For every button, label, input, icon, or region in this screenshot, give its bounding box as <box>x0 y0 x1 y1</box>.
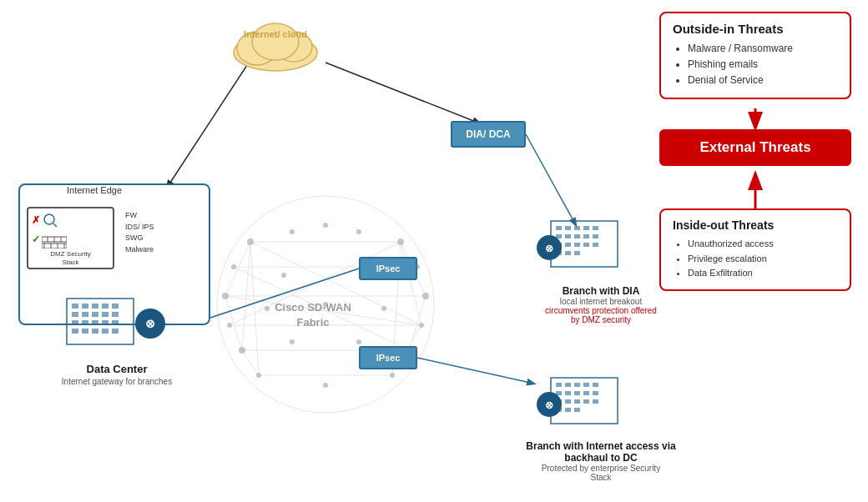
svg-rect-86 <box>112 329 119 334</box>
search-icon <box>42 212 58 228</box>
svg-point-42 <box>290 339 295 344</box>
svg-rect-93 <box>583 226 589 230</box>
svg-rect-101 <box>565 243 571 247</box>
svg-line-11 <box>225 296 242 350</box>
outside-threat-item-3: Denial of Service <box>688 73 838 88</box>
swg-label: SWG <box>125 233 154 244</box>
svg-point-29 <box>422 293 429 299</box>
inside-threat-item-1: Unauthorized access <box>688 237 838 252</box>
external-threats-label: External Threats <box>699 139 810 156</box>
data-center-sublabel: Internet gateway for branches <box>33 377 200 386</box>
svg-rect-79 <box>92 320 98 325</box>
svg-rect-70 <box>102 304 108 309</box>
cloud-shape <box>225 15 326 73</box>
svg-line-56 <box>53 223 57 227</box>
outside-threats-box: Outside-in Threats Malware / Ransomware … <box>659 12 851 99</box>
svg-point-23 <box>323 223 328 228</box>
inside-threats-title: Inside-out Threats <box>673 218 838 232</box>
branch-dia-sublabel-red1: circumvents protection offered <box>526 306 676 315</box>
svg-point-26 <box>231 264 236 269</box>
svg-point-37 <box>281 273 286 278</box>
svg-rect-68 <box>82 304 88 309</box>
x-icon: ✗ <box>32 214 40 226</box>
branch-backhaul-sublabel2: Stack <box>517 473 684 482</box>
svg-line-7 <box>225 242 250 296</box>
svg-rect-114 <box>583 383 589 387</box>
ipsec-box-1: IPsec <box>359 257 417 280</box>
svg-line-44 <box>326 63 480 123</box>
outside-threat-item-2: Phishing emails <box>688 57 838 73</box>
check-icon: ✓ <box>32 233 40 245</box>
fw-label: FW <box>125 210 154 222</box>
svg-rect-112 <box>565 383 571 387</box>
svg-point-36 <box>390 373 395 378</box>
branch-dia-sublabel-black: local internet breakout <box>526 297 676 306</box>
data-center-label: Data Center <box>33 363 200 375</box>
svg-point-34 <box>256 373 261 378</box>
svg-rect-76 <box>112 312 119 317</box>
svg-text:⊗: ⊗ <box>145 317 155 330</box>
svg-rect-74 <box>92 312 98 317</box>
svg-text:⊗: ⊗ <box>545 243 553 254</box>
svg-point-30 <box>227 323 232 328</box>
svg-rect-102 <box>574 243 580 247</box>
svg-text:⊗: ⊗ <box>545 399 553 411</box>
datacenter-building-svg: ⊗ <box>42 290 192 357</box>
svg-rect-115 <box>593 383 598 387</box>
dia-box: DIA/ DCA <box>451 121 526 148</box>
outside-threats-list: Malware / Ransomware Phishing emails Den… <box>673 41 838 89</box>
sdwan-label: Cisco SD-WAN Fabric <box>259 300 367 330</box>
malware-label: Malware <box>125 244 154 256</box>
branch-dia-building-svg: ⊗ <box>534 213 668 279</box>
svg-rect-107 <box>574 251 580 255</box>
svg-rect-75 <box>102 312 108 317</box>
ipsec1-label: IPsec <box>376 264 401 274</box>
svg-line-45 <box>167 60 250 188</box>
dia-label: DIA/ DCA <box>466 128 510 140</box>
branch-dia-area: ⊗ Branch with DIA local internet breakou… <box>526 213 676 324</box>
svg-rect-92 <box>574 226 580 230</box>
ids-label: IDS/ IPS <box>125 222 154 233</box>
svg-point-28 <box>222 293 229 299</box>
branch-dia-label: Branch with DIA <box>526 285 676 297</box>
inside-threat-item-3: Data Exfiltration <box>688 266 838 281</box>
svg-rect-84 <box>92 329 98 334</box>
svg-line-48 <box>417 358 534 384</box>
svg-point-21 <box>247 238 254 245</box>
svg-point-55 <box>44 214 54 224</box>
svg-rect-96 <box>565 234 571 238</box>
svg-rect-119 <box>583 391 589 395</box>
svg-line-14 <box>409 296 426 350</box>
svg-rect-120 <box>593 391 598 395</box>
svg-rect-122 <box>565 399 571 404</box>
svg-rect-97 <box>574 234 580 238</box>
svg-rect-104 <box>593 243 598 247</box>
outside-threats-title: Outside-in Threats <box>673 22 838 36</box>
branch-backhaul-building-svg: ⊗ <box>534 374 668 436</box>
svg-line-46 <box>526 134 576 225</box>
svg-rect-78 <box>82 320 88 325</box>
svg-line-10 <box>401 242 421 325</box>
inside-threats-box: Inside-out Threats Unauthorized access P… <box>659 208 851 291</box>
external-threats-box: External Threats <box>659 129 851 166</box>
svg-rect-128 <box>574 408 580 412</box>
svg-rect-83 <box>82 329 88 334</box>
svg-rect-113 <box>574 383 580 387</box>
svg-rect-125 <box>593 399 598 404</box>
svg-point-25 <box>397 238 404 245</box>
cloud-label: Internet/ cloud <box>232 29 319 39</box>
svg-point-32 <box>239 347 245 354</box>
internet-edge-label: Internet Edge <box>67 185 122 195</box>
svg-rect-80 <box>102 320 108 325</box>
svg-rect-91 <box>565 226 571 230</box>
svg-line-8 <box>242 242 250 350</box>
svg-rect-94 <box>593 226 598 230</box>
inside-threat-item-2: Privilege escalation <box>688 252 838 267</box>
svg-rect-111 <box>556 383 562 387</box>
branch-dia-sublabel-red2: by DMZ security <box>526 315 676 324</box>
svg-rect-73 <box>82 312 88 317</box>
svg-rect-77 <box>72 320 78 325</box>
svg-rect-103 <box>583 243 589 247</box>
fw-labels: FW IDS/ IPS SWG Malware <box>125 210 154 255</box>
outside-threat-item-1: Malware / Ransomware <box>688 41 838 57</box>
